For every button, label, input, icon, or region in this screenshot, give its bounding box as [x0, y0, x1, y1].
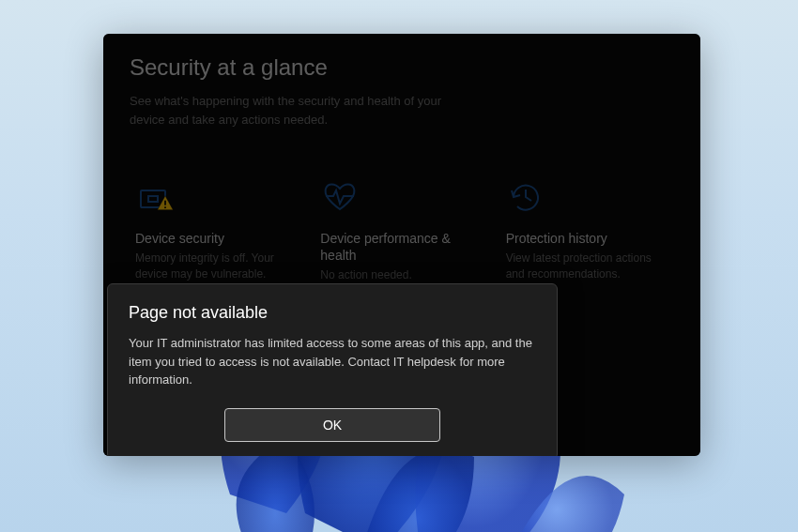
dialog-title: Page not available [129, 303, 536, 323]
ok-button[interactable]: OK [224, 408, 440, 442]
dialog-body: Your IT administrator has limited access… [129, 334, 536, 389]
page-not-available-dialog: Page not available Your IT administrator… [107, 283, 558, 456]
security-window: Security at a glance See what's happenin… [103, 34, 700, 456]
